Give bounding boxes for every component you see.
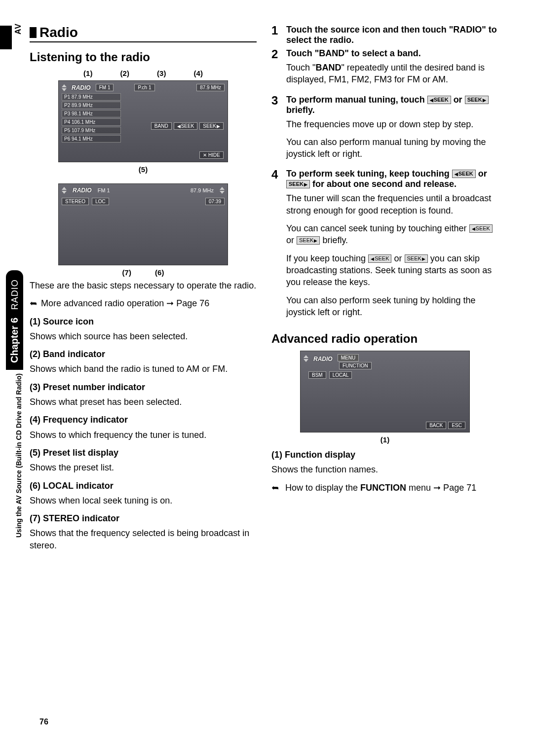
step-2: 2 Touch "BAND" to select a band. Touch "… bbox=[271, 48, 498, 92]
def-body: Shows which source has been selected. bbox=[30, 330, 257, 342]
sidebar-caption: Using the AV Source (Built-in CD Drive a… bbox=[15, 373, 23, 538]
def-heading: (4) Frequency indicator bbox=[30, 414, 257, 426]
def-heading: (7) STEREO indicator bbox=[30, 512, 257, 524]
sidebar: AV Chapter 6 RADIO Using the AV Source (… bbox=[0, 0, 24, 756]
bsm-button[interactable]: BSM bbox=[308, 371, 326, 379]
back-button[interactable]: BACK bbox=[426, 422, 446, 429]
step-3: 3 To perform manual tuning, touch SEEK o… bbox=[271, 95, 498, 166]
tab-av-label: AV bbox=[14, 23, 23, 35]
callout-1: (1) bbox=[381, 435, 389, 444]
text: or bbox=[451, 95, 465, 105]
step-number: 2 bbox=[271, 48, 282, 92]
callout-labels-top: (1) (2) (3) (4) bbox=[30, 69, 257, 77]
menu-tab[interactable]: MENU bbox=[338, 354, 359, 361]
callout-labels-mid: (5) bbox=[30, 165, 257, 174]
source-icon: RADIO bbox=[71, 187, 94, 194]
callout-labels-bottom: (7) (6) bbox=[30, 268, 257, 277]
seek-down-icon: SEEK bbox=[368, 254, 391, 263]
intro-text: These are the basic steps necessary to o… bbox=[30, 280, 257, 291]
def-body: Shows to which frequency the tuner is tu… bbox=[30, 429, 257, 441]
preset-row: P2 89.9 MHz bbox=[62, 102, 121, 109]
step-lead: Touch "BAND" to select a band. bbox=[286, 48, 421, 58]
def-heading: (2) Band indicator bbox=[30, 348, 257, 360]
seek-down-button[interactable]: SEEK bbox=[174, 122, 198, 130]
step-body: If you keep touching SEEK or SEEK you ca… bbox=[286, 252, 498, 288]
scroll-arrows-icon bbox=[62, 187, 67, 194]
page-number: 76 bbox=[39, 718, 48, 726]
source-icon: RADIO bbox=[70, 84, 93, 91]
chapter-label: Chapter 6 bbox=[9, 318, 20, 363]
text: menu ➞ Page 71 bbox=[406, 483, 476, 493]
step-1: 1 Touch the source icon and then touch "… bbox=[271, 25, 498, 45]
seek-down-icon: SEEK bbox=[452, 170, 476, 178]
left-column: Radio Listening to the radio (1) (2) (3)… bbox=[30, 25, 257, 557]
seek-up-icon: SEEK bbox=[465, 96, 489, 104]
radio-screen-status: RADIO FM 1 87.9 MHz STEREO LOC 07:39 bbox=[58, 183, 228, 265]
frequency-indicator: 87.9 MHz bbox=[190, 187, 214, 193]
text-bold: BAND bbox=[315, 63, 341, 72]
steps-list: 1 Touch the source icon and then touch "… bbox=[271, 25, 498, 324]
step-lead: To perform manual tuning, touch SEEK or … bbox=[286, 95, 489, 115]
callout-6: (6) bbox=[155, 268, 164, 277]
hide-button[interactable]: ✕ HIDE bbox=[199, 151, 224, 159]
def-body: Shows when local seek tuning is on. bbox=[30, 495, 257, 506]
def-heading: (3) Preset number indicator bbox=[30, 381, 257, 393]
step-body: You can cancel seek tuning by touching e… bbox=[286, 222, 498, 247]
function-tab[interactable]: FUNCTION bbox=[339, 362, 372, 369]
step-body: The frequencies move up or down step by … bbox=[286, 118, 498, 130]
text-bold: FUNCTION bbox=[360, 483, 406, 493]
preset-row: P5 107.9 MHz bbox=[62, 127, 121, 134]
chapter-badge: Chapter 6 RADIO bbox=[6, 270, 23, 370]
band-button[interactable]: BAND bbox=[151, 122, 172, 130]
frequency-indicator: 87.9 MHz bbox=[196, 84, 225, 91]
source-icon: RADIO bbox=[311, 356, 335, 362]
hide-label: HIDE bbox=[208, 152, 220, 158]
scroll-arrows-icon bbox=[220, 187, 225, 194]
seek-up-icon: SEEK bbox=[286, 180, 310, 188]
cross-ref-note: How to display the FUNCTION menu ➞ Page … bbox=[271, 482, 498, 494]
band-indicator: FM 1 bbox=[98, 187, 110, 193]
def-heading: (6) LOCAL indicator bbox=[30, 480, 257, 492]
page-title: Radio bbox=[30, 25, 257, 42]
step-number: 1 bbox=[271, 25, 282, 45]
callout-4: (4) bbox=[194, 69, 203, 77]
step-4: 4 To perform seek tuning, keep touching … bbox=[271, 169, 498, 324]
text: To perform manual tuning, touch bbox=[286, 95, 427, 105]
section-heading-advanced: Advanced radio operation bbox=[271, 332, 498, 346]
scroll-arrows-icon bbox=[62, 84, 67, 91]
sidebar-tab-marker bbox=[0, 26, 12, 49]
def-heading: (1) Function display bbox=[271, 449, 498, 461]
preset-row: P4 106.1 MHz bbox=[62, 118, 121, 126]
preset-list: P1 87.9 MHz P2 89.9 MHz P3 98.1 MHz P4 1… bbox=[62, 93, 225, 143]
seek-up-icon: SEEK bbox=[297, 236, 320, 245]
text: Touch " bbox=[286, 63, 315, 72]
seek-up-icon: SEEK bbox=[405, 254, 428, 263]
preset-row: P1 87.9 MHz bbox=[62, 93, 121, 101]
def-body: Shows what preset has been selected. bbox=[30, 396, 257, 408]
text: If you keep touching bbox=[286, 253, 368, 263]
local-button[interactable]: LOCAL bbox=[329, 371, 352, 379]
seek-up-button[interactable]: SEEK bbox=[199, 122, 224, 130]
def-heading: (5) Preset list display bbox=[30, 447, 257, 459]
cross-ref-note: More advanced radio operation ➞ Page 76 bbox=[30, 297, 257, 309]
preset-number-indicator: P.ch 1 bbox=[134, 84, 154, 91]
clock-display: 07:39 bbox=[205, 198, 225, 205]
step-body: You can also perform manual tuning by mo… bbox=[286, 136, 498, 160]
local-indicator: LOC bbox=[92, 198, 109, 205]
step-body: The tuner will scan the frequencies unti… bbox=[286, 192, 498, 216]
scroll-arrows-icon bbox=[304, 355, 308, 362]
def-body: Shows the preset list. bbox=[30, 462, 257, 473]
chapter-section: RADIO bbox=[10, 279, 20, 310]
callout-1: (1) bbox=[83, 69, 92, 77]
step-lead: Touch the source icon and then touch "RA… bbox=[286, 25, 497, 45]
text: or bbox=[286, 235, 297, 245]
preset-row: P3 98.1 MHz bbox=[62, 110, 121, 117]
callout-2: (2) bbox=[120, 69, 129, 77]
right-column: 1 Touch the source icon and then touch "… bbox=[271, 25, 498, 557]
def-body: Shows the function names. bbox=[271, 464, 498, 475]
stereo-indicator: STEREO bbox=[62, 198, 89, 205]
def-heading: (1) Source icon bbox=[30, 316, 257, 327]
text: You can cancel seek tuning by touching e… bbox=[286, 223, 469, 233]
callout-7: (7) bbox=[122, 268, 131, 277]
esc-button[interactable]: ESC bbox=[448, 422, 465, 429]
